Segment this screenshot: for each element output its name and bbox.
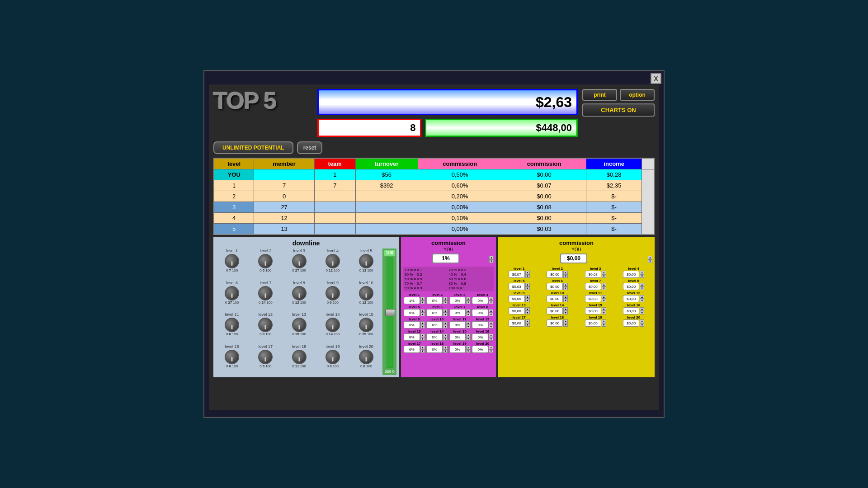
knob-item-9[interactable]: level 9 0 0 100: [316, 281, 349, 312]
knob-item-3[interactable]: level 3 0 27 100: [283, 249, 316, 280]
commission-yellow-you-value[interactable]: $0,00: [560, 253, 587, 263]
knob-item-14[interactable]: level 14 0 14 100: [316, 312, 349, 343]
knob-10[interactable]: [359, 286, 373, 300]
knob-item-19[interactable]: level 19 0 0 100: [316, 344, 349, 375]
print-button[interactable]: print: [582, 89, 617, 101]
knob-5[interactable]: [359, 254, 373, 268]
knob-16[interactable]: [225, 350, 239, 364]
knob-1[interactable]: [225, 254, 239, 268]
knob-8[interactable]: [292, 286, 307, 300]
reset-button[interactable]: reset: [297, 141, 323, 154]
knob-9[interactable]: [326, 286, 340, 300]
cell-1-comm1: 0,60%: [418, 180, 502, 191]
knob-item-7[interactable]: level 7 0 24 100: [249, 281, 282, 312]
cell-you-team: 1: [314, 169, 355, 180]
comm-yellow-cell-12: level 12 $0,00 ▲ ▼: [615, 291, 653, 302]
knob-14[interactable]: [326, 318, 340, 332]
knob-2[interactable]: [258, 254, 273, 268]
comm-yellow-cell-10: level 10 $0,00 ▲ ▼: [539, 291, 576, 302]
charts-button[interactable]: CHARTS ON: [582, 103, 655, 117]
cell-5-comm2: $0,03: [502, 224, 586, 235]
legend-item-2: 30 % = 0.3: [405, 272, 448, 277]
commission-purple-grid: level 1 1% ▲ ▼ level 2 0% ▲ ▼ level 3 0%…: [403, 293, 494, 353]
knob-item-12[interactable]: level 12 0 0 100: [249, 312, 282, 343]
knob-7[interactable]: [258, 286, 273, 300]
knob-item-18[interactable]: level 18 0 11 100: [283, 344, 316, 375]
knob-18[interactable]: [292, 350, 307, 364]
knob-item-17[interactable]: level 17 0 0 100: [249, 344, 282, 375]
cell-4-turnover: [355, 213, 418, 224]
commission-yellow-panel: commission YOU $0,00 ▲ ▼ level 1 $0,07 ▲…: [498, 237, 655, 377]
legend-item-7: 80 % = 0.8: [449, 282, 493, 286]
knob-item-20[interactable]: level 20 0 0 100: [350, 344, 382, 375]
commission-yellow-grid: level 1 $0,07 ▲ ▼ level 2 $0,00 ▲ ▼ leve…: [500, 267, 652, 327]
comm-yellow-cell-14: level 14 $0,00 ▲ ▼: [539, 303, 576, 314]
knob-item-6[interactable]: level 6 0 27 100: [216, 281, 248, 312]
th-commission2: commission: [502, 158, 586, 169]
slider-bottom-right: 0: [392, 369, 395, 374]
vertical-slider[interactable]: 100 $56 0: [382, 249, 396, 375]
bottom-panels: downline level 1 0 7 100 level 2 0 0 100…: [213, 237, 655, 377]
cell-2-comm1: 0,20%: [418, 191, 502, 202]
spin-down[interactable]: ▼: [489, 259, 494, 263]
table-row-3: 3 27 0,00% $0,08 $-: [214, 202, 654, 213]
knob-item-13[interactable]: level 13 0 15 100: [283, 312, 316, 343]
comm-yellow-cell-4: level 4 $0,00 ▲ ▼: [615, 267, 653, 278]
knob-item-8[interactable]: level 8 0 12 100: [283, 281, 316, 312]
knob-item-5[interactable]: level 5 0 13 100: [350, 249, 382, 280]
knob-15[interactable]: [359, 318, 373, 332]
slider-track[interactable]: [387, 257, 393, 368]
knob-item-16[interactable]: level 16 0 0 100: [216, 344, 248, 375]
knob-6[interactable]: [225, 286, 239, 300]
scrollbar-area[interactable]: [642, 169, 655, 235]
unlimited-button[interactable]: UNLIMITED POTENTIAL: [213, 141, 293, 154]
close-button[interactable]: X: [651, 73, 661, 84]
cell-5-member: 13: [254, 224, 314, 235]
knob-4[interactable]: [326, 254, 340, 268]
knob-item-11[interactable]: level 11 0 0 100: [216, 312, 248, 343]
table-row-1: 1 7 7 $392 0,60% $0,07 $2,35: [214, 180, 654, 191]
yellow-spin-down[interactable]: ▼: [648, 259, 652, 263]
knob-12[interactable]: [258, 318, 273, 332]
knob-item-4[interactable]: level 4 0 12 100: [316, 249, 349, 280]
cell-you-member: [254, 169, 314, 180]
cell-3-comm1: 0,00%: [418, 202, 502, 213]
knob-19[interactable]: [326, 350, 340, 364]
slider-thumb[interactable]: [385, 309, 395, 316]
table-row-you: YOU 1 $56 0,50% $0,00 $0,28: [214, 169, 654, 180]
you-value-row: 1% ▲ ▼: [403, 253, 494, 265]
knob-item-1[interactable]: level 1 0 7 100: [216, 249, 248, 280]
knob-item-10[interactable]: level 10 0 12 100: [350, 281, 382, 312]
yellow-you-spinner[interactable]: ▲ ▼: [648, 256, 652, 263]
knob-13[interactable]: [292, 318, 307, 332]
you-spinner[interactable]: ▲ ▼: [489, 256, 494, 263]
legend-item-3: 40 % = 0.4: [449, 272, 493, 277]
cell-2-team: [314, 191, 355, 202]
comm-yellow-cell-8: level 8 $0,00 ▲ ▼: [615, 279, 653, 290]
knob-item-2[interactable]: level 2 0 0 100: [249, 249, 282, 280]
main-content: TOP 5 $2,63 8 $448,00 print option: [209, 84, 659, 410]
comm-yellow-cell-6: level 6 $0,00 ▲ ▼: [539, 279, 576, 290]
cell-1-comm2: $0,07: [502, 180, 586, 191]
comm-purple-cell-2: level 2 0% ▲ ▼: [426, 293, 448, 304]
commission-purple-you-value[interactable]: 1%: [432, 253, 459, 263]
legend-item-8: 90 % = 0.9: [405, 286, 448, 290]
cell-5-team: [314, 224, 355, 235]
spin-up[interactable]: ▲: [489, 256, 494, 259]
cell-4-comm2: $0,00: [502, 213, 586, 224]
comm-purple-cell-8: level 8 0% ▲ ▼: [472, 305, 494, 316]
comm-yellow-cell-18: level 18 $0,00 ▲ ▼: [539, 315, 576, 327]
yellow-spin-up[interactable]: ▲: [648, 256, 652, 259]
action-buttons-row: UNLIMITED POTENTIAL reset: [213, 141, 655, 154]
knob-20[interactable]: [359, 350, 373, 364]
knob-17[interactable]: [258, 350, 273, 364]
knob-item-15[interactable]: level 15 0 29 100: [350, 312, 382, 343]
knob-3[interactable]: [292, 254, 307, 268]
comm-yellow-cell-7: level 7 $0,00 ▲ ▼: [577, 279, 614, 290]
comm-purple-cell-6: level 6 0% ▲ ▼: [426, 305, 448, 316]
comm-purple-cell-19: level 19 0% ▲ ▼: [449, 342, 471, 353]
option-button[interactable]: option: [620, 89, 655, 101]
cell-3-team: [314, 202, 355, 213]
knob-11[interactable]: [225, 318, 239, 332]
comm-purple-cell-14: level 14 0% ▲ ▼: [426, 329, 448, 341]
